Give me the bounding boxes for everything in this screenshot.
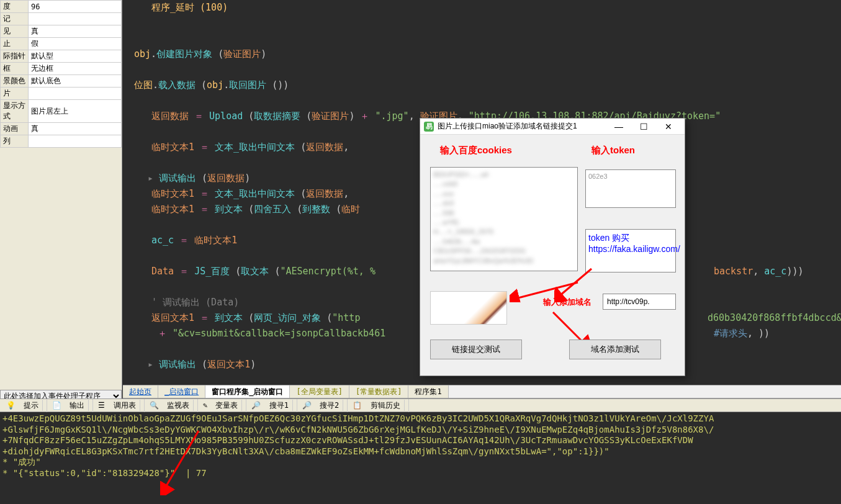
tool-output[interactable]: 📄 输出 [48, 399, 93, 412]
prop-row[interactable]: 动画真 [1, 123, 122, 135]
property-panel: 度96记见真止假际指针默认型框无边框景颜色默认底色片显示方式图片居左上动画真列 … [0, 0, 122, 434]
prop-row[interactable]: 见真 [1, 25, 122, 38]
output-line: * "成功" [2, 457, 839, 468]
tool-calls[interactable]: ☰ 调用表 [94, 399, 144, 412]
tab-consts[interactable]: [常量数据表] [349, 385, 408, 398]
tools-bar: 💡 提示 📄 输出 ☰ 调用表 🔍 监视表 ✎ 变量表 🔎 搜寻1 🔎 搜寻2 … [0, 398, 841, 412]
output-line: +diohjdyFWRqicEL8G3pKSxTmc7rtf2HEtDX7Dk3… [2, 446, 839, 457]
tool-clip[interactable]: 📋 剪辑历史 [349, 399, 408, 412]
token-buy-link[interactable]: token 购买 https://faka.kailigw.com/ [585, 229, 676, 272]
domain-input[interactable] [603, 294, 676, 310]
tool-find1[interactable]: 🔎 搜寻1 [248, 399, 297, 412]
tool-vars[interactable]: ✎ 变量表 [199, 399, 246, 412]
cookies-textarea[interactable]: BIDUPSID=......a4 .....ceb0 .....oce ...… [430, 167, 578, 271]
property-table: 度96记见真止假际指针默认型框无边框景颜色默认底色片显示方式图片居左上动画真列 [0, 0, 122, 148]
tab-procset1[interactable]: 程序集1 [408, 385, 448, 398]
tab-globals[interactable]: [全局变量表] [290, 385, 349, 398]
dialog-title-text: 图片上传接口miao验证添加域名链接提交1 [438, 121, 577, 132]
prop-row[interactable]: 止假 [1, 38, 122, 50]
tool-hint[interactable]: 💡 提示 [2, 399, 47, 412]
label-add-domain: 输入添加域名 [543, 297, 591, 308]
upload-dialog: 易 图片上传接口miao验证添加域名链接提交1 — ☐ ✕ 输入百度cookie… [420, 118, 685, 376]
prop-row[interactable]: 片 [1, 88, 122, 100]
tool-watch[interactable]: 🔍 监视表 [146, 399, 198, 412]
token-textarea[interactable]: 062e3 [585, 169, 676, 208]
prop-row[interactable]: 框无边框 [1, 63, 122, 75]
minimize-button[interactable]: — [606, 122, 631, 132]
output-line: +4E3uwzEpQUGZ89t5UdUWiinOblaoGpaZZUGf9OE… [2, 413, 839, 425]
output-line: +7NfqdCF8zzF56eC15uZZgZpLm4ohqS5LMYXMo98… [2, 435, 839, 446]
label-cookies: 输入百度cookies [440, 145, 512, 156]
dialog-titlebar[interactable]: 易 图片上传接口miao验证添加域名链接提交1 — ☐ ✕ [420, 119, 685, 135]
maximize-button[interactable]: ☐ [631, 122, 656, 132]
app-icon: 易 [424, 122, 434, 132]
editor-tabs: 起始页 _启动窗口 窗口程序集_启动窗口 [全局变量表] [常量数据表] 程序集… [123, 385, 841, 398]
svg-line-2 [553, 312, 584, 343]
close-button[interactable]: ✕ [656, 122, 681, 132]
output-line: * "{"status":0,"id":"818329428"}" | 77 [2, 468, 839, 479]
captcha-preview [430, 291, 507, 325]
prop-row[interactable]: 列 [1, 135, 122, 148]
tool-find2[interactable]: 🔎 搜寻2 [299, 399, 348, 412]
output-pane[interactable]: +4E3uwzEpQUGZ89t5UdUWiinOblaoGpaZZUGf9OE… [0, 412, 841, 504]
tab-procset[interactable]: 窗口程序集_启动窗口 [205, 385, 290, 398]
code-line: 程序_延时 (100) [151, 2, 228, 13]
prop-row[interactable]: 景颜色默认底色 [1, 75, 122, 88]
output-line: +GlswfjF6JmgGxKSQ1l\/NcgWbcSs3eDyYGWKCWO… [2, 425, 839, 436]
svg-line-1 [559, 269, 591, 296]
tab-start[interactable]: 起始页 [123, 385, 158, 398]
prop-row[interactable]: 度96 [1, 1, 122, 13]
add-domain-test-button[interactable]: 域名添加测试 [569, 340, 661, 359]
prop-row[interactable]: 显示方式图片居左上 [1, 100, 122, 123]
tab-window[interactable]: _启动窗口 [158, 385, 205, 398]
prop-row[interactable]: 记 [1, 13, 122, 25]
prop-row[interactable]: 际指针默认型 [1, 50, 122, 63]
submit-test-button[interactable]: 链接提交测试 [430, 340, 522, 359]
label-token: 输入token [591, 145, 635, 156]
